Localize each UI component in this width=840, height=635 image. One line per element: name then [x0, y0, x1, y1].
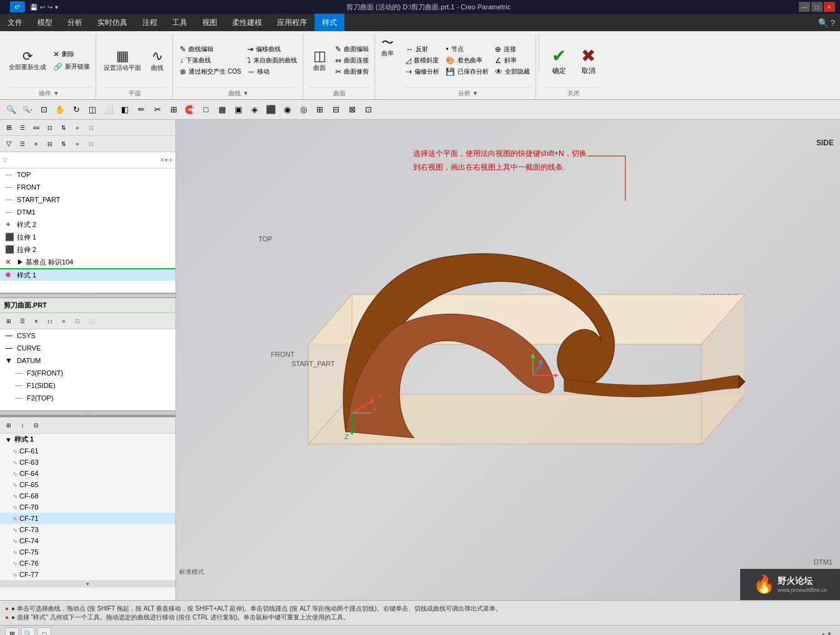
- panel-view-icon5[interactable]: »: [71, 138, 84, 150]
- menu-flexible[interactable]: 柔性建模: [225, 14, 270, 31]
- panel-tb-icon5[interactable]: »: [71, 122, 84, 134]
- vp-btn-display2[interactable]: ▦: [215, 102, 230, 117]
- cf-item-74[interactable]: ∿ CF-74: [0, 535, 175, 546]
- tree-item-f1[interactable]: — F1(SIDE): [0, 379, 175, 392]
- btn-hide-all[interactable]: 👁 全部隐藏: [493, 67, 532, 77]
- redo-icon[interactable]: ↪: [47, 4, 52, 11]
- menu-tools[interactable]: 工具: [165, 14, 195, 31]
- vp-btn-pan[interactable]: ✋: [52, 102, 67, 117]
- tree-item-style2[interactable]: ✦ 样式 2: [0, 218, 175, 231]
- btn-offset-analysis[interactable]: ⇢ 偏修分析: [404, 67, 441, 77]
- mid-tb-icon3[interactable]: ≡: [30, 315, 42, 327]
- btn-curve[interactable]: ∿ 曲线: [146, 47, 168, 74]
- btn-node[interactable]: • 节点: [444, 44, 491, 54]
- btn-new-link[interactable]: 🔗 新开链接: [51, 62, 92, 72]
- vp-btn-zoom-fit[interactable]: ⊡: [36, 102, 51, 117]
- tree-item-front[interactable]: — FRONT: [0, 181, 175, 193]
- panel-tb-icon1[interactable]: ☰: [16, 122, 29, 134]
- btn-confirm[interactable]: ✔ 确定: [545, 42, 572, 79]
- bottom-btn-2[interactable]: 🔍: [21, 628, 35, 636]
- btn-draft[interactable]: ◿ 拨模斜度: [404, 56, 441, 65]
- btn-from-surface[interactable]: ⤵ 来自曲面的曲线: [245, 56, 299, 65]
- btn-move[interactable]: ↔ 移动: [245, 67, 299, 77]
- vp-btn-zoom-out[interactable]: 🔍-: [20, 102, 35, 117]
- panel-view-icon3[interactable]: ⊟: [44, 138, 56, 150]
- menu-view[interactable]: 视图: [195, 14, 225, 31]
- panel-view-icon4[interactable]: ⇅: [57, 138, 70, 150]
- mid-tb-icon2[interactable]: ☰: [16, 315, 29, 327]
- cf-item-77[interactable]: ∿ CF-77: [0, 569, 175, 580]
- btn-cancel[interactable]: ✖ 取消: [575, 42, 602, 79]
- vp-btn-display11[interactable]: ⊡: [361, 102, 376, 117]
- clear-search-icon[interactable]: ✕: [160, 157, 165, 163]
- btn-surface-connect[interactable]: ⇔ 曲面连接: [333, 56, 371, 65]
- tree-item-start-part[interactable]: — START_PART: [0, 193, 175, 206]
- save-icon[interactable]: 💾: [30, 4, 37, 11]
- vp-btn-display7[interactable]: ◎: [296, 102, 311, 117]
- btn-drop-curve[interactable]: ↓ 下落曲线: [178, 56, 243, 65]
- mid-tb-icon4[interactable]: ↕↕: [44, 315, 56, 327]
- bottom-btn-1[interactable]: ⊞: [5, 628, 19, 636]
- menu-file[interactable]: 文件: [0, 14, 30, 31]
- btn-surface-edit[interactable]: ✎ 曲面编辑: [333, 44, 371, 54]
- tree-item-extrude1[interactable]: ⬛ 拉伸 1: [0, 231, 175, 243]
- btn-saved-analysis[interactable]: 💾 已保存分析: [444, 67, 491, 77]
- btn-offset-curve[interactable]: ⇥ 偏移曲线: [245, 44, 299, 54]
- tree-item-dtm1[interactable]: — DTM1: [0, 206, 175, 218]
- cf-item-61[interactable]: ∿ CF-61: [0, 445, 175, 457]
- btn-surface-big[interactable]: ◫ 曲面: [308, 47, 331, 74]
- tree-item-csys[interactable]: — CSYS: [0, 329, 175, 342]
- panel-view-icon1[interactable]: ☰: [16, 138, 29, 150]
- panel-divider-1[interactable]: ⋯: [0, 293, 175, 298]
- tree-item-style1[interactable]: ✱ 样式 1: [0, 268, 175, 281]
- cf-item-76[interactable]: ∿ CF-76: [0, 558, 175, 569]
- vp-btn-view1[interactable]: ◫: [85, 102, 100, 117]
- tree-item-datum-point[interactable]: ✕ ▶ 基准点 标识104: [0, 256, 175, 268]
- cf-item-71[interactable]: ∿ CF-71: [0, 513, 175, 524]
- filter-icon[interactable]: ▽: [2, 138, 15, 150]
- close-button[interactable]: ×: [824, 2, 835, 12]
- vp-btn-zoom-in[interactable]: 🔍: [4, 102, 19, 117]
- vp-btn-display3[interactable]: ▣: [231, 102, 246, 117]
- vp-btn-view2[interactable]: ⬜: [101, 102, 116, 117]
- menu-apps[interactable]: 应用程序: [270, 14, 315, 31]
- btn-set-active-plane[interactable]: ▦ 设置活动平面: [101, 47, 144, 74]
- help-icon[interactable]: ?: [831, 18, 835, 27]
- btn-surface-trim[interactable]: ✂ 曲面修剪: [333, 67, 371, 77]
- vp-btn-display9[interactable]: ⊟: [328, 102, 343, 117]
- tree-item-datum[interactable]: ▼ DATUM: [0, 354, 175, 367]
- btn-delete[interactable]: ✕ 删除: [51, 49, 92, 59]
- vp-btn-grid[interactable]: ⊞: [166, 102, 181, 117]
- style-tb-icon1[interactable]: ⊞: [2, 419, 15, 432]
- mid-tb-icon5[interactable]: »: [57, 315, 70, 327]
- scroll-down-arrow[interactable]: ▼: [0, 580, 175, 588]
- panel-tb-icon4[interactable]: ⇅: [57, 122, 70, 134]
- style-tb-icon3[interactable]: ⊟: [30, 419, 42, 432]
- search-icon[interactable]: 🔍: [818, 18, 828, 27]
- btn-regenerate[interactable]: ⟳ 全部重新生成: [6, 48, 49, 73]
- menu-simulation[interactable]: 实时仿真: [90, 14, 135, 31]
- menu-annotation[interactable]: 注程: [135, 14, 165, 31]
- cf-item-64[interactable]: ∿ CF-64: [0, 468, 175, 479]
- btn-reflect[interactable]: ↔ 反射: [404, 44, 441, 54]
- minimize-button[interactable]: —: [799, 2, 810, 12]
- vp-btn-scissors[interactable]: ✂: [150, 102, 165, 117]
- btn-curvature[interactable]: 〜 曲率: [376, 34, 399, 99]
- btn-color-curvature[interactable]: 🎨 着色曲率: [444, 56, 491, 65]
- cf-item-75[interactable]: ∿ CF-75: [0, 546, 175, 558]
- btn-slope[interactable]: ∠ 斜率: [493, 56, 532, 65]
- menu-model[interactable]: 模型: [30, 14, 60, 31]
- undo-icon[interactable]: ↩: [40, 4, 45, 11]
- menu-analysis[interactable]: 分析: [60, 14, 90, 31]
- vp-btn-pen[interactable]: ✏: [134, 102, 149, 117]
- vp-btn-snap[interactable]: 🧲: [182, 102, 197, 117]
- menu-style[interactable]: 样式: [315, 14, 344, 31]
- style-tb-icon2[interactable]: ↕: [16, 419, 29, 432]
- vp-btn-display10[interactable]: ⊠: [344, 102, 359, 117]
- tree-item-curve[interactable]: — CURVE: [0, 342, 175, 354]
- panel-layout-btn[interactable]: ⊞: [2, 122, 15, 134]
- tree-item-f2[interactable]: — F2(TOP): [0, 392, 175, 404]
- viewport[interactable]: X Y Z SIDE TOP FRONT START_P: [176, 120, 840, 600]
- panel-tb-icon6[interactable]: □: [85, 122, 97, 134]
- vp-btn-display6[interactable]: ◉: [280, 102, 295, 117]
